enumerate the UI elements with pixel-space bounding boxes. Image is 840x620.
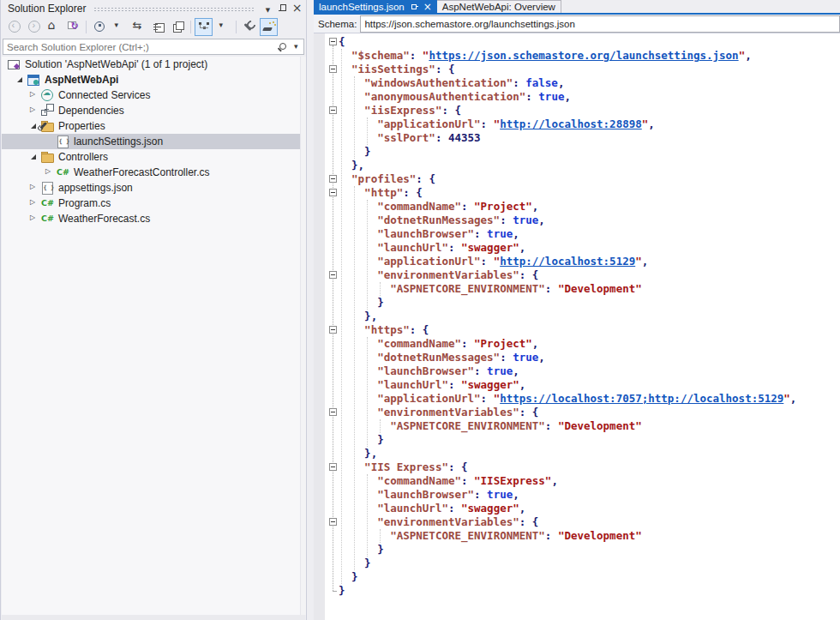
dependencies-icon	[40, 104, 55, 117]
csharp-file-icon	[40, 196, 55, 210]
collapse-region-icon[interactable]	[329, 271, 337, 279]
code-line: "dotnetRunMessages": true,	[339, 214, 840, 227]
expander-collapsed-icon[interactable]	[27, 104, 40, 117]
solution-explorer-toolbar	[1, 15, 306, 38]
sync-button[interactable]	[129, 18, 147, 36]
properties-button[interactable]	[240, 18, 258, 36]
sync-dropdown-button[interactable]	[214, 18, 232, 36]
close-icon[interactable]: ×	[423, 2, 432, 12]
panel-splitter[interactable]	[308, 0, 314, 620]
collapse-region-icon[interactable]	[329, 518, 337, 526]
code-line: }	[339, 296, 840, 310]
toolbar-separator	[86, 21, 87, 33]
tree-item-dependencies[interactable]: Dependencies	[2, 103, 305, 118]
show-all-files-button[interactable]	[169, 18, 187, 36]
window-position-button[interactable]	[261, 2, 275, 15]
show-all-files-icon	[172, 21, 184, 33]
search-box	[1, 38, 306, 57]
collapse-region-icon[interactable]	[329, 463, 337, 471]
code-line: }	[339, 543, 840, 557]
tab-launchsettings-json[interactable]: launchSettings.json ×	[314, 0, 437, 13]
code-line: },	[339, 159, 840, 172]
home-button[interactable]	[45, 18, 63, 36]
solution-explorer-titlebar[interactable]: Solution Explorer	[1, 0, 306, 15]
expander-expanded-icon[interactable]	[27, 150, 40, 164]
tree-item-solution[interactable]: Solution 'AspNetWebApi' (1 of 1 project)	[2, 57, 305, 72]
editor-body: { "$schema": "https://json.schemastore.o…	[314, 33, 840, 620]
code-line: "launchUrl": "swagger",	[339, 378, 840, 392]
tree-item-label: appsettings.json	[58, 182, 133, 194]
code-line: "environmentVariables": {	[339, 515, 840, 529]
code-line: "$schema": "https://json.schemastore.org…	[339, 49, 840, 63]
search-input[interactable]	[3, 39, 304, 55]
expander-collapsed-icon[interactable]	[27, 181, 40, 195]
pending-dropdown-icon	[113, 21, 125, 33]
tree-item-properties[interactable]: Properties	[2, 118, 305, 134]
search-icon[interactable]	[278, 43, 287, 52]
tree-item-controllers[interactable]: Controllers	[2, 149, 305, 165]
code-line: }	[339, 433, 840, 447]
tree-item-connected-services[interactable]: Connected Services	[2, 87, 305, 103]
collapse-all-button[interactable]	[149, 18, 167, 36]
preview-selected-items-icon	[263, 21, 275, 33]
collapse-region-icon[interactable]	[329, 38, 337, 45]
tree-item-aspnetwebapi-project[interactable]: AspNetWebApi	[2, 72, 305, 87]
toolbar-separator	[236, 21, 237, 33]
close-button[interactable]	[290, 2, 304, 15]
tree-item-label: Solution 'AspNetWebApi' (1 of 1 project)	[25, 58, 207, 70]
pending-dropdown-button[interactable]	[110, 18, 128, 36]
properties-folder-icon	[40, 119, 55, 133]
expander-collapsed-icon[interactable]	[27, 196, 40, 210]
collapse-region-icon[interactable]	[329, 65, 337, 73]
chevron-down-icon	[266, 3, 270, 15]
expander-collapsed-icon[interactable]	[27, 88, 40, 102]
tree-item-launchsettings-json[interactable]: launchSettings.json	[2, 134, 305, 149]
sync-icon	[133, 21, 145, 33]
url-link[interactable]: http://localhost:28898	[500, 117, 642, 130]
collapse-region-icon[interactable]	[329, 189, 337, 196]
sync-with-active-document-button[interactable]	[195, 18, 213, 36]
toolbar-separator	[190, 21, 191, 33]
tree-item-label: WeatherForecast.cs	[58, 213, 150, 225]
outlining-margin	[327, 33, 339, 620]
breakpoint-margin[interactable]	[314, 33, 325, 620]
code-line: }	[339, 570, 840, 584]
collapse-all-icon	[153, 21, 165, 33]
url-link[interactable]: https://json.schemastore.org/launchsetti…	[429, 49, 738, 62]
schema-input[interactable]	[360, 15, 840, 33]
code-line: "applicationUrl": "http://localhost:2889…	[339, 117, 840, 131]
code-line: }	[339, 557, 840, 570]
tab-aspnetwebapi-overview[interactable]: AspNetWebApi: Overview	[437, 0, 561, 13]
code-line: "applicationUrl": "http://localhost:5129…	[339, 255, 840, 268]
back-button[interactable]	[5, 18, 23, 36]
code-line: },	[339, 447, 840, 460]
pin-button[interactable]	[275, 2, 290, 15]
switch-views-button[interactable]	[64, 18, 82, 36]
expander-collapsed-icon[interactable]	[43, 166, 56, 179]
collapse-region-icon[interactable]	[329, 326, 337, 334]
solution-icon	[7, 57, 21, 71]
expander-expanded-icon[interactable]	[14, 73, 27, 87]
forward-button[interactable]	[25, 18, 43, 36]
url-link[interactable]: https://localhost:7057;http://localhost:…	[500, 392, 783, 405]
tree-item-label: Connected Services	[58, 89, 150, 101]
tree-item-weatherforecastcontroller-cs[interactable]: WeatherForecastController.cs	[2, 165, 305, 180]
tab-label: AspNetWebApi: Overview	[442, 2, 555, 12]
tree-item-weatherforecast-cs[interactable]: WeatherForecast.cs	[2, 211, 305, 226]
search-dropdown-icon[interactable]	[292, 42, 301, 52]
collapse-region-icon[interactable]	[329, 175, 337, 183]
properties-icon	[243, 21, 255, 33]
code-editor[interactable]: { "$schema": "https://json.schemastore.o…	[339, 33, 840, 620]
tree-item-program-cs[interactable]: Program.cs	[2, 196, 305, 211]
csharp-file-icon	[40, 212, 55, 226]
tree-scrollbar[interactable]	[300, 57, 306, 615]
tree-item-appsettings-json[interactable]: appsettings.json	[2, 180, 305, 196]
panel-bottom-strip	[2, 615, 305, 620]
expander-collapsed-icon[interactable]	[27, 212, 40, 226]
collapse-region-icon[interactable]	[329, 408, 337, 416]
preview-selected-items-button[interactable]	[260, 18, 278, 36]
collapse-region-icon[interactable]	[329, 106, 337, 114]
pending-changes-filter-button[interactable]	[90, 18, 108, 36]
pin-icon[interactable]	[411, 3, 418, 10]
url-link[interactable]: http://localhost:5129	[500, 255, 635, 268]
